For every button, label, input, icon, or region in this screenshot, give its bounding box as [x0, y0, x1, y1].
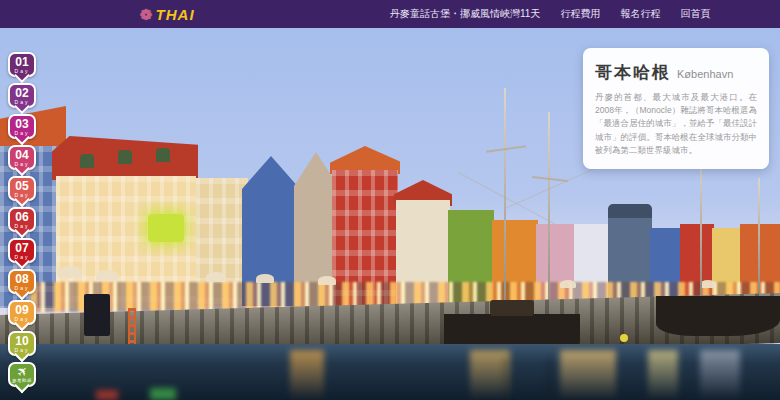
logo-text: THAI: [156, 6, 195, 23]
day-number: 10: [15, 335, 28, 347]
light-reflection: [700, 350, 740, 400]
day-pin-02[interactable]: 02 Day: [8, 83, 36, 108]
main-nav: 丹麥童話古堡・挪威風情峽灣11天 行程費用 報名行程 回首頁: [390, 0, 710, 28]
day-pin-07[interactable]: 07 Day: [8, 238, 36, 263]
day-number: 02: [15, 87, 28, 99]
city-name-zh: 哥本哈根: [595, 61, 671, 84]
nav-item-register[interactable]: 報名行程: [620, 7, 660, 21]
day-number: 08: [15, 273, 28, 285]
flight-info-pin[interactable]: ✈ 參考航班: [8, 362, 36, 387]
day-number: 04: [15, 149, 28, 161]
nav-item-home[interactable]: 回首頁: [680, 7, 710, 21]
city-name-danish: København: [677, 68, 733, 80]
day-label: Day: [15, 317, 30, 322]
dormer: [118, 150, 132, 164]
neon-reflection: [96, 390, 118, 400]
umbrella: [318, 276, 336, 285]
sailboat-mast: [758, 178, 760, 306]
rigging-line: [504, 168, 596, 210]
day-number: 03: [15, 118, 28, 130]
city-description: 丹麥的首都、最大城市及最大港口。在2008年，（Monocle）雜誌將哥本哈根選…: [595, 91, 757, 157]
mast-reflection: [548, 358, 550, 400]
sailboat-mast: [700, 158, 702, 308]
day-label: Day: [15, 286, 30, 291]
umbrella: [256, 274, 274, 283]
umbrella: [206, 272, 226, 282]
day-number: 07: [15, 242, 28, 254]
day-number: 09: [15, 304, 28, 316]
umbrella: [96, 270, 118, 281]
sail-spar: [486, 145, 526, 153]
day-number: 01: [15, 56, 28, 68]
day-label: Day: [15, 131, 30, 136]
day-number: 05: [15, 180, 28, 192]
light-reflection: [648, 350, 678, 400]
day-pin-05[interactable]: 05 Day: [8, 176, 36, 201]
day-label: Day: [15, 69, 30, 74]
dormer: [80, 154, 94, 168]
city-title-row: 哥本哈根 København: [595, 61, 757, 84]
boat-cabin: [490, 300, 534, 316]
mast-reflection: [504, 358, 506, 400]
buoy: [620, 334, 628, 342]
top-navbar: ❁ THAI 丹麥童話古堡・挪威風情峽灣11天 行程費用 報名行程 回首頁: [0, 0, 780, 28]
nav-item-trip-cost[interactable]: 行程費用: [560, 7, 600, 21]
nav-item-tour-title[interactable]: 丹麥童話古堡・挪威風情峽灣11天: [390, 7, 540, 21]
day-label: Day: [15, 224, 30, 229]
boat-hull: [656, 296, 780, 336]
day-label: Day: [15, 100, 30, 105]
sailboat-mast: [504, 88, 506, 334]
day-pin-04[interactable]: 04 Day: [8, 145, 36, 170]
umbrella: [700, 280, 716, 288]
dormer: [156, 148, 170, 162]
day-number: 06: [15, 211, 28, 223]
day-pin-10[interactable]: 10 Day: [8, 331, 36, 356]
day-label: Day: [15, 162, 30, 167]
kiosk: [84, 294, 110, 336]
umbrella: [560, 280, 576, 288]
day-pin-03[interactable]: 03 Day: [8, 114, 36, 139]
light-reflection: [560, 350, 616, 400]
thai-airways-logo[interactable]: ❁ THAI: [140, 0, 195, 28]
thai-orchid-icon: ❁: [140, 7, 153, 22]
light-reflection: [290, 350, 324, 400]
day-pin-01[interactable]: 01 Day: [8, 52, 36, 77]
umbrella: [58, 266, 82, 278]
day-label: Day: [15, 348, 30, 353]
day-pin-08[interactable]: 08 Day: [8, 269, 36, 294]
city-info-card: 哥本哈根 København 丹麥的首都、最大城市及最大港口。在2008年，（M…: [583, 48, 769, 169]
day-label: Day: [15, 255, 30, 260]
flight-pin-label: 參考航班: [12, 379, 32, 384]
neon-reflection: [150, 388, 176, 400]
day-label: Day: [15, 193, 30, 198]
neon-sign: [148, 214, 184, 242]
day-pin-09[interactable]: 09 Day: [8, 300, 36, 325]
day-pin-06[interactable]: 06 Day: [8, 207, 36, 232]
